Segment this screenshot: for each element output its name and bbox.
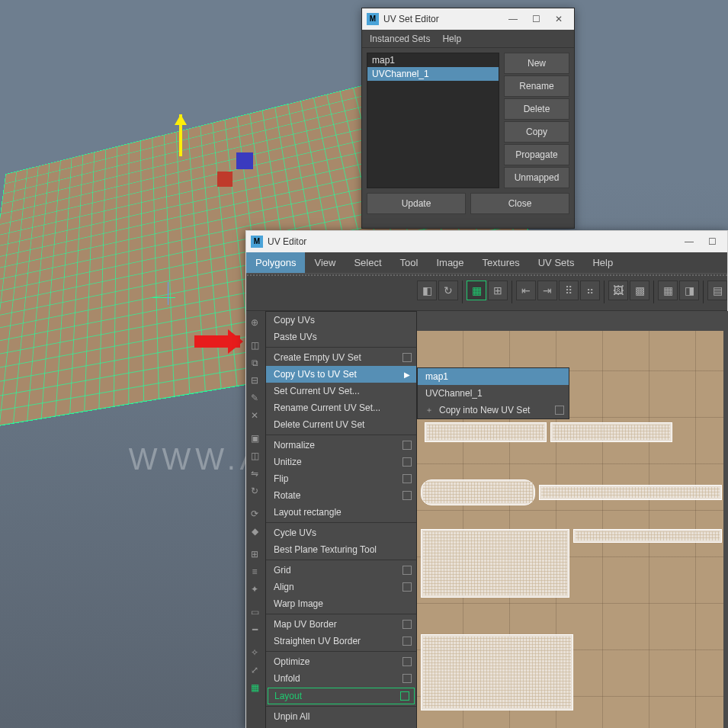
- rename-button[interactable]: Rename: [504, 75, 569, 97]
- menu-help[interactable]: Help: [583, 252, 622, 273]
- tool-move-left-icon[interactable]: ⇤: [516, 281, 536, 300]
- uvset-item-uvchannel1[interactable]: UVChannel_1: [367, 67, 499, 81]
- menu-help[interactable]: Help: [442, 34, 461, 44]
- menu-item-map-uv-border[interactable]: Map UV Border: [266, 616, 416, 633]
- minimize-button[interactable]: —: [502, 11, 524, 27]
- menu-instanced-sets[interactable]: Instanced Sets: [370, 34, 430, 44]
- uv-shell[interactable]: [539, 485, 722, 500]
- menu-item-rename-current-uv-set-[interactable]: Rename Current UV Set...: [266, 399, 416, 416]
- titlebar[interactable]: M UV Set Editor — ☐ ✕: [362, 8, 574, 30]
- menu-item-delete-current-uv-set[interactable]: Delete Current UV Set: [266, 416, 416, 433]
- side-normalize-icon[interactable]: ▣: [246, 430, 263, 447]
- uv-shell[interactable]: [421, 529, 569, 598]
- propagate-button[interactable]: Propagate: [504, 144, 569, 165]
- side-bestplane-icon[interactable]: ◆: [246, 523, 263, 540]
- menu-view[interactable]: View: [305, 252, 345, 273]
- tool-distribute-icon[interactable]: ⠶: [580, 281, 600, 300]
- tool-refresh-icon[interactable]: ↻: [438, 281, 458, 300]
- side-rotate-icon[interactable]: ↻: [246, 483, 263, 499]
- menu-item-warp-image[interactable]: Warp Image: [266, 595, 416, 612]
- side-straighten-icon[interactable]: ━: [246, 621, 263, 638]
- side-new-icon[interactable]: ⊕: [246, 314, 263, 331]
- menu-image[interactable]: Image: [427, 252, 473, 273]
- uv-shell[interactable]: [573, 529, 722, 543]
- minimize-button[interactable]: —: [678, 234, 700, 249]
- titlebar[interactable]: M UV Editor — ☐: [246, 231, 727, 252]
- tool-scatter-icon[interactable]: ⠿: [559, 281, 579, 300]
- side-unitize-icon[interactable]: ◫: [246, 447, 263, 464]
- unmapped-button[interactable]: Unmapped: [504, 167, 569, 188]
- side-set-icon[interactable]: ⊟: [246, 372, 263, 389]
- menu-item-layout-rectangle[interactable]: Layout rectangle: [266, 504, 416, 521]
- gizmo-z-handle[interactable]: [236, 152, 253, 169]
- uv-set-list[interactable]: map1 UVChannel_1: [367, 53, 499, 188]
- side-mapborder-icon[interactable]: ▭: [246, 604, 263, 621]
- tool-wire-icon[interactable]: ▦: [658, 281, 678, 300]
- tool-checker-icon[interactable]: ▩: [630, 281, 649, 300]
- menu-tool[interactable]: Tool: [391, 252, 428, 273]
- menu-item-copy-uvs[interactable]: Copy UVs: [266, 312, 416, 329]
- menu-select[interactable]: Select: [345, 252, 390, 273]
- side-flip-icon[interactable]: ⇋: [246, 465, 263, 482]
- menu-item-copy-uvs-to-uv-set[interactable]: Copy UVs to UV Set▶: [266, 366, 416, 383]
- close-button-footer[interactable]: Close: [470, 193, 569, 214]
- menu-item-rotate[interactable]: Rotate: [266, 487, 416, 504]
- maximize-button[interactable]: ☐: [701, 234, 723, 249]
- uv-shell[interactable]: [425, 422, 547, 442]
- side-grid-icon[interactable]: ⊞: [246, 546, 263, 563]
- menu-textures[interactable]: Textures: [473, 252, 529, 273]
- side-create-icon[interactable]: ◫: [246, 337, 263, 354]
- tool-grid-icon[interactable]: ⊞: [488, 281, 508, 300]
- submenu-item-copy-into-new-uv-set[interactable]: ＋Copy into New UV Set: [418, 402, 569, 419]
- menu-item-paste-uvs[interactable]: Paste UVs: [266, 329, 416, 345]
- menu-item-cycle-uvs[interactable]: Cycle UVs: [266, 524, 416, 541]
- side-copy-icon[interactable]: ⧉: [246, 354, 263, 371]
- uv-shell[interactable]: [421, 479, 535, 505]
- tool-move-right-icon[interactable]: ⇥: [537, 281, 557, 300]
- side-unfold-icon[interactable]: ⤢: [246, 662, 263, 678]
- submenu-item-map1[interactable]: map1: [418, 368, 569, 385]
- menu-item-grid[interactable]: Grid: [266, 562, 416, 579]
- menu-item-unitize[interactable]: Unitize: [266, 454, 416, 470]
- menu-item-flip[interactable]: Flip: [266, 470, 416, 487]
- side-delete-icon[interactable]: ✕: [246, 407, 263, 424]
- menu-item-create-empty-uv-set[interactable]: Create Empty UV Set: [266, 349, 416, 366]
- gizmo-y-axis[interactable]: [179, 114, 182, 156]
- side-optimize-icon[interactable]: ✧: [246, 644, 263, 661]
- menu-polygons[interactable]: Polygons: [246, 252, 305, 273]
- tool-frame-icon[interactable]: ▦: [467, 281, 486, 300]
- side-warp-icon[interactable]: ✦: [246, 581, 263, 598]
- menu-item-unfold[interactable]: Unfold: [266, 670, 416, 687]
- tool-snapshot-icon[interactable]: ◧: [417, 281, 437, 300]
- side-align-icon[interactable]: ≡: [246, 563, 263, 580]
- update-button[interactable]: Update: [367, 193, 466, 214]
- menu-item-invert-pin[interactable]: Invert Pin: [266, 725, 416, 728]
- side-layout-icon[interactable]: ▦: [246, 679, 263, 696]
- tool-shade-icon[interactable]: ◨: [679, 281, 699, 300]
- menu-item-unpin-all[interactable]: Unpin All: [266, 708, 416, 725]
- uvset-item-map1[interactable]: map1: [367, 53, 499, 67]
- menu-item-normalize[interactable]: Normalize: [266, 437, 416, 454]
- new-button[interactable]: New: [504, 53, 569, 74]
- copy-button[interactable]: Copy: [504, 121, 569, 143]
- menu-item-layout[interactable]: Layout: [268, 688, 415, 704]
- close-button[interactable]: ✕: [548, 11, 569, 27]
- menu-item-optimize[interactable]: Optimize: [266, 653, 416, 670]
- uv-shell[interactable]: [550, 422, 672, 442]
- gizmo-x-handle[interactable]: [217, 172, 233, 187]
- drag-handle[interactable]: [246, 274, 727, 277]
- tool-image-icon[interactable]: 🖼: [608, 281, 628, 300]
- menu-item-align[interactable]: Align: [266, 579, 416, 595]
- submenu-item-uvchannel-1[interactable]: UVChannel_1: [418, 385, 569, 402]
- side-rename-icon[interactable]: ✎: [246, 390, 263, 406]
- window-title: UV Editor: [268, 236, 678, 247]
- menu-item-set-current-uv-set-[interactable]: Set Current UV Set...: [266, 383, 416, 399]
- menu-item-best-plane-texturing-tool[interactable]: Best Plane Texturing Tool: [266, 541, 416, 558]
- side-cycle-icon[interactable]: ⟳: [246, 505, 263, 522]
- tool-dim-icon[interactable]: ▤: [707, 281, 727, 300]
- maximize-button[interactable]: ☐: [525, 11, 547, 27]
- menu-item-straighten-uv-border[interactable]: Straighten UV Border: [266, 633, 416, 649]
- uv-shell[interactable]: [421, 634, 573, 710]
- delete-button[interactable]: Delete: [504, 98, 569, 120]
- menu-uvsets[interactable]: UV Sets: [529, 252, 584, 273]
